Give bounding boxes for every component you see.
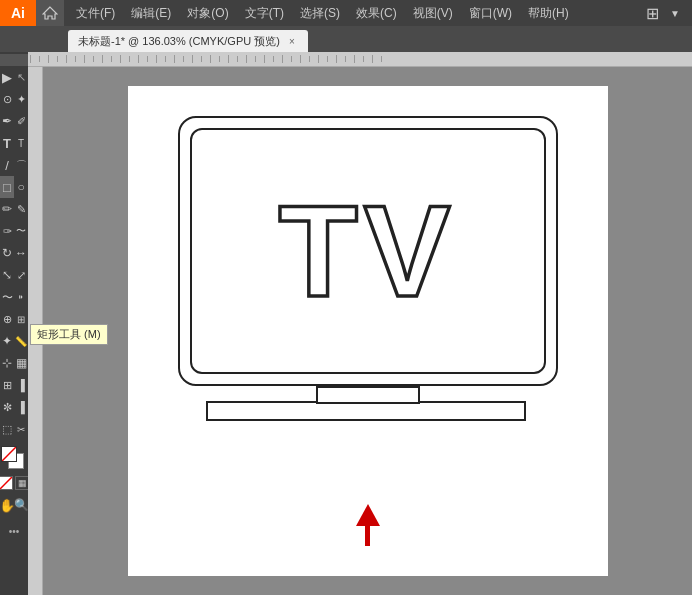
- menu-file[interactable]: 文件(F): [68, 0, 123, 26]
- rectangle-tool[interactable]: □: [0, 176, 14, 198]
- lasso-tools: ⊙ ✦: [0, 88, 28, 110]
- shear-tool[interactable]: ⤢: [14, 264, 28, 286]
- shape-builder-tool[interactable]: ⊕: [0, 308, 14, 330]
- tab-close-button[interactable]: ×: [286, 35, 298, 47]
- zoom-tool[interactable]: 🔍: [14, 494, 28, 516]
- area-type-tool[interactable]: T: [14, 132, 28, 154]
- rotate-tool[interactable]: ↻: [0, 242, 14, 264]
- arrow-shaft: [365, 526, 370, 546]
- arrow-head-icon: [356, 504, 380, 526]
- svg-line-1: [2, 447, 16, 461]
- scale-tool[interactable]: ⤡: [0, 264, 14, 286]
- tv-outer-frame: TV: [178, 116, 558, 386]
- type-tool[interactable]: T: [0, 132, 14, 154]
- none-icons: ▦: [0, 476, 29, 490]
- pencil-tools: ✑ 〜: [0, 220, 28, 242]
- document-tab[interactable]: 未标题-1* @ 136.03% (CMYK/GPU 预览) ×: [68, 30, 308, 52]
- menu-object[interactable]: 对象(O): [179, 0, 236, 26]
- canvas-area[interactable]: TV: [28, 52, 692, 595]
- warp-tools: 〜 ⁍: [0, 286, 28, 308]
- line-tools: / ⌒: [0, 154, 28, 176]
- menu-type[interactable]: 文字(T): [237, 0, 292, 26]
- vertical-ruler: [28, 67, 43, 595]
- menu-effect[interactable]: 效果(C): [348, 0, 405, 26]
- pen-tool[interactable]: ✒: [0, 110, 14, 132]
- brush-tools: ✏ ✎: [0, 198, 28, 220]
- tv-stand-neck: [316, 386, 420, 404]
- tv-stand-base: [206, 401, 526, 421]
- ruler-corner: [0, 54, 28, 66]
- scale-tools: ⤡ ⤢: [0, 264, 28, 286]
- eyedropper-tools: ✦ 📏: [0, 330, 28, 352]
- pen-tools: ✒ ✐: [0, 110, 28, 132]
- tv-inner-frame: TV: [190, 128, 546, 374]
- app-logo: Ai: [0, 0, 36, 26]
- svg-marker-0: [43, 7, 57, 19]
- artboard-tool[interactable]: ⬚: [0, 418, 14, 440]
- blend-tools: ⊹ ▦: [0, 352, 28, 374]
- tab-bar: 未标题-1* @ 136.03% (CMYK/GPU 预览) ×: [0, 26, 692, 52]
- hand-tool[interactable]: ✋: [0, 494, 14, 516]
- eyedropper-tool[interactable]: ✦: [0, 330, 14, 352]
- svg-line-2: [0, 477, 12, 489]
- gradient-swatch[interactable]: ▦: [15, 476, 29, 490]
- width-tool[interactable]: ⁍: [14, 286, 28, 308]
- menu-window[interactable]: 窗口(W): [461, 0, 520, 26]
- horizontal-ruler: [28, 52, 692, 67]
- main-layout: ▶ ↖ ⊙ ✦ ✒ ✐ T T / ⌒ □ ○ 矩形工具 (M) ✏ ✎: [0, 52, 692, 595]
- add-anchor-tool[interactable]: ✐: [14, 110, 28, 132]
- menu-view[interactable]: 视图(V): [405, 0, 461, 26]
- line-tool[interactable]: /: [0, 154, 14, 176]
- warp-tool[interactable]: 〜: [0, 286, 14, 308]
- stroke-swatch[interactable]: [0, 476, 13, 490]
- menu-items: 文件(F) 编辑(E) 对象(O) 文字(T) 选择(S) 效果(C) 视图(V…: [64, 0, 642, 26]
- gradient-tool[interactable]: ▦: [14, 352, 28, 374]
- menu-select[interactable]: 选择(S): [292, 0, 348, 26]
- column-graph-tool[interactable]: ▐: [14, 396, 28, 418]
- blob-brush-tool[interactable]: ✎: [14, 198, 28, 220]
- grid-icon[interactable]: ⊞: [642, 3, 662, 23]
- shape-tools: □ ○ 矩形工具 (M): [0, 176, 28, 198]
- select-tools: ▶ ↖: [0, 66, 28, 88]
- arc-tool[interactable]: ⌒: [14, 154, 28, 176]
- menu-expand[interactable]: ▼: [662, 8, 688, 19]
- shapebuilder-tools: ⊕ ⊞: [0, 308, 28, 330]
- symbol-tools: ✼ ▐: [0, 396, 28, 418]
- mesh-tool[interactable]: ⊞: [0, 374, 14, 396]
- menu-help[interactable]: 帮助(H): [520, 0, 577, 26]
- arrow-indicator: [356, 504, 380, 546]
- type-tools: T T: [0, 132, 28, 154]
- measure-tool[interactable]: 📏: [14, 330, 28, 352]
- menu-bar: Ai 文件(F) 编辑(E) 对象(O) 文字(T) 选择(S) 效果(C) 视…: [0, 0, 692, 26]
- smooth-tool[interactable]: 〜: [14, 220, 28, 242]
- blend-tool[interactable]: ⊹: [0, 352, 14, 374]
- chart-tool[interactable]: ▐: [14, 374, 28, 396]
- foreground-color-swatch[interactable]: [1, 446, 17, 462]
- rotate-tools: ↻ ↔: [0, 242, 28, 264]
- paintbrush-tool[interactable]: ✏: [0, 198, 14, 220]
- tv-label: TV: [278, 186, 456, 316]
- menu-right: ⊞ ▼: [642, 3, 688, 23]
- tab-title: 未标题-1* @ 136.03% (CMYK/GPU 预览): [78, 34, 280, 49]
- select-tool[interactable]: ▶: [0, 66, 14, 88]
- pathfinder-tool[interactable]: ⊞: [14, 308, 28, 330]
- menu-edit[interactable]: 编辑(E): [123, 0, 179, 26]
- magic-wand-tool[interactable]: ✦: [14, 88, 28, 110]
- canvas-background[interactable]: TV: [43, 67, 692, 595]
- direct-select-tool[interactable]: ↖: [14, 66, 28, 88]
- color-swatches[interactable]: [1, 446, 27, 472]
- color-section: ▦: [0, 444, 28, 490]
- left-toolbar: ▶ ↖ ⊙ ✦ ✒ ✐ T T / ⌒ □ ○ 矩形工具 (M) ✏ ✎: [0, 52, 28, 595]
- lasso-tool[interactable]: ⊙: [0, 88, 14, 110]
- ellipse-tool[interactable]: ○: [14, 176, 28, 198]
- more-tools[interactable]: •••: [1, 520, 27, 542]
- home-button[interactable]: [36, 0, 64, 26]
- artboard-tools: ⬚ ✂: [0, 418, 28, 440]
- navigation-tools: ✋ 🔍: [0, 494, 28, 516]
- slice-tool[interactable]: ✂: [14, 418, 28, 440]
- mesh-tools: ⊞ ▐: [0, 374, 28, 396]
- reflect-tool[interactable]: ↔: [14, 242, 28, 264]
- pencil-tool[interactable]: ✑: [0, 220, 14, 242]
- symbol-sprayer-tool[interactable]: ✼: [0, 396, 14, 418]
- artboard: TV: [128, 86, 608, 576]
